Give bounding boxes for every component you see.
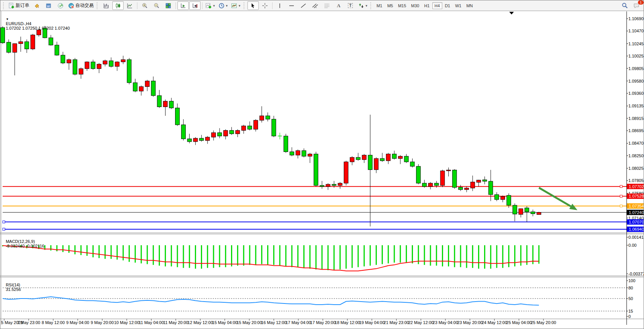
- svg-text:24 May 12:00: 24 May 12:00: [482, 320, 507, 325]
- svg-text:80: 80: [628, 286, 633, 290]
- crosshair-tool-button[interactable]: [259, 1, 271, 10]
- rsi-indicator-header: RSI(14) 31.5256: [3, 278, 21, 292]
- time-axis: 5 May 20237 May 23:008 May 12:009 May 04…: [1, 319, 556, 325]
- tab-timeframe-mn[interactable]: MN: [464, 2, 475, 9]
- templates-button[interactable]: ▾: [230, 1, 242, 10]
- zoom-in-icon: [142, 3, 148, 9]
- line-handle[interactable]: [620, 195, 622, 197]
- separator: [137, 2, 137, 9]
- svg-text:19 May 04:00: 19 May 04:00: [359, 320, 385, 325]
- candle: [193, 138, 198, 142]
- text-tool-button[interactable]: A: [333, 1, 344, 10]
- candle: [139, 86, 143, 91]
- label-tool-button[interactable]: T: [345, 1, 356, 10]
- arrows-icon: [358, 3, 364, 9]
- candle: [362, 155, 366, 160]
- svg-text:1.08915: 1.08915: [628, 116, 644, 121]
- candle: [55, 45, 59, 55]
- chevron-down-icon[interactable]: ▾: [239, 4, 241, 8]
- fibonacci-tool-button[interactable]: [321, 1, 333, 10]
- svg-text:15 May 04:00: 15 May 04:00: [212, 320, 238, 325]
- chart-shift-button[interactable]: [189, 1, 201, 10]
- add-indicator-button[interactable]: ▾: [204, 1, 217, 10]
- tab-timeframe-h1[interactable]: H1: [422, 2, 432, 9]
- tile-windows-button[interactable]: [163, 1, 174, 10]
- chart-canvas[interactable]: 1.106901.104701.102451.100251.098051.095…: [0, 0, 644, 329]
- new-order-label: 新订单: [16, 2, 29, 9]
- candle: [404, 156, 408, 162]
- candle: [314, 154, 318, 185]
- tab-timeframe-m15[interactable]: M15: [396, 2, 408, 9]
- group-grip[interactable]: [370, 2, 373, 9]
- chevron-down-icon[interactable]: ▾: [366, 4, 368, 8]
- line-chart-mode-button[interactable]: [124, 1, 135, 10]
- svg-text:1.10245: 1.10245: [628, 42, 644, 46]
- candle: [326, 184, 330, 187]
- candle: [13, 44, 17, 53]
- candle: [260, 116, 264, 120]
- line-handle[interactable]: [620, 185, 622, 188]
- candle: [85, 62, 89, 69]
- candlestick-mode-button[interactable]: [112, 1, 124, 10]
- bar-chart-mode-button[interactable]: [100, 1, 112, 10]
- candle: [440, 171, 445, 185]
- horizontal-line-tool-button[interactable]: [286, 1, 297, 10]
- candle: [459, 187, 463, 190]
- candle: [302, 151, 306, 157]
- tab-timeframe-d1[interactable]: D1: [443, 2, 453, 9]
- signals-button[interactable]: [55, 1, 66, 10]
- tab-timeframe-w1[interactable]: W1: [453, 2, 464, 9]
- trendline-tool-button[interactable]: [298, 1, 309, 10]
- cursor-tool-button[interactable]: [247, 1, 259, 10]
- collapse-icon[interactable]: ▼: [6, 18, 9, 21]
- candle: [513, 205, 517, 214]
- candle: [416, 166, 421, 183]
- svg-text:0.001418: 0.001418: [628, 235, 644, 240]
- svg-text:11 May 20:00: 11 May 20:00: [163, 320, 188, 325]
- candle: [344, 162, 348, 183]
- channel-tool-button[interactable]: [309, 1, 321, 10]
- candle: [19, 42, 23, 43]
- chevron-down-icon[interactable]: ▾: [213, 4, 215, 8]
- chevron-down-icon[interactable]: ▾: [226, 4, 228, 8]
- candle: [253, 120, 258, 129]
- notifications-button[interactable]: 1: [631, 1, 642, 10]
- arrows-tool-button[interactable]: ▾: [357, 1, 369, 10]
- candle: [422, 183, 427, 187]
- search-button[interactable]: [619, 1, 630, 10]
- svg-text:50: 50: [628, 296, 633, 301]
- svg-text:1.09805: 1.09805: [628, 66, 644, 71]
- styles-button[interactable]: [31, 1, 43, 10]
- candle: [368, 155, 372, 169]
- tab-timeframe-m5[interactable]: M5: [385, 2, 395, 9]
- auto-scroll-button[interactable]: [177, 1, 189, 10]
- profiles-button[interactable]: [43, 1, 54, 10]
- candle: [121, 60, 125, 62]
- tab-timeframe-m30[interactable]: M30: [409, 2, 421, 9]
- zoom-in-button[interactable]: [139, 1, 150, 10]
- svg-text:1.09360: 1.09360: [628, 91, 644, 96]
- new-order-button[interactable]: 新订单: [7, 1, 31, 10]
- periods-button[interactable]: ▾: [217, 1, 230, 10]
- zoom-out-button[interactable]: [151, 1, 162, 10]
- candle: [181, 125, 185, 139]
- vertical-line-tool-button[interactable]: [274, 1, 285, 10]
- toolbar-grip[interactable]: [3, 2, 5, 9]
- tab-timeframe-m1[interactable]: M1: [374, 2, 384, 9]
- svg-text:1.08250: 1.08250: [628, 153, 644, 158]
- separator: [175, 2, 176, 9]
- candle: [464, 188, 469, 190]
- group-grip[interactable]: [97, 2, 99, 9]
- candle: [272, 119, 276, 136]
- svg-text:23 May 04:00: 23 May 04:00: [433, 320, 458, 325]
- rsi-panel: [3, 288, 626, 311]
- group-grip[interactable]: [244, 2, 246, 9]
- line-handle[interactable]: [3, 228, 5, 230]
- autotrading-button[interactable]: 自动交易: [67, 1, 95, 10]
- line-handle[interactable]: [3, 221, 5, 223]
- shift-marker[interactable]: [509, 12, 514, 14]
- candle: [380, 158, 384, 161]
- candle: [217, 133, 222, 136]
- tab-timeframe-h4[interactable]: H4: [432, 2, 442, 9]
- line-handle[interactable]: [620, 205, 622, 207]
